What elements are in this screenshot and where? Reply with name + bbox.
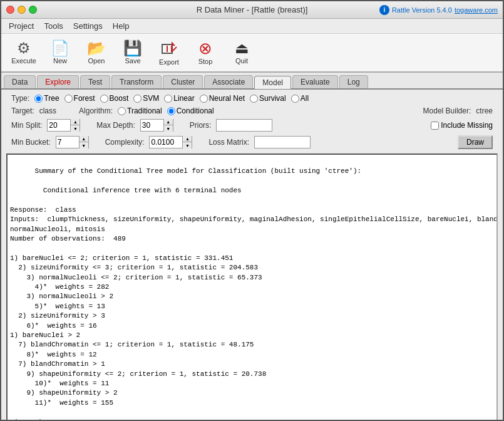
- complexity-up[interactable]: ▲: [183, 136, 192, 142]
- min-bucket-label: Min Bucket:: [11, 138, 51, 147]
- radio-forest-label: Forest: [74, 94, 95, 103]
- min-bucket-spinbox[interactable]: ▲ ▼: [56, 136, 89, 148]
- model-panel: Type: Tree Forest Boost SVM Linear: [1, 90, 503, 417]
- complexity-label: Complexity:: [105, 138, 145, 147]
- tab-cluster[interactable]: Cluster: [163, 75, 203, 88]
- window-controls: [6, 6, 37, 14]
- menu-project[interactable]: Project: [4, 20, 39, 32]
- open-label: Open: [88, 57, 105, 65]
- include-missing-checkbox[interactable]: Include Missing: [431, 121, 493, 130]
- info-icon: i: [379, 5, 389, 15]
- close-button[interactable]: [6, 6, 14, 14]
- main-window: R Data Miner - [Rattle (breast)] i Rattl…: [0, 0, 504, 421]
- target-algorithm-row: Target: class Algorithm: Traditional Con…: [6, 105, 498, 117]
- type-label: Type:: [11, 94, 29, 103]
- max-depth-down[interactable]: ▼: [164, 125, 173, 132]
- radio-traditional[interactable]: Traditional: [118, 107, 162, 115]
- radio-linear-label: Linear: [173, 94, 194, 103]
- radio-forest[interactable]: Forest: [64, 94, 95, 103]
- tab-evaluate[interactable]: Evaluate: [292, 75, 338, 88]
- radio-tree-label: Tree: [44, 94, 59, 103]
- loss-matrix-input[interactable]: [254, 136, 311, 148]
- priors-input[interactable]: [216, 119, 272, 132]
- complexity-down[interactable]: ▼: [183, 142, 192, 148]
- max-depth-up[interactable]: ▲: [164, 119, 173, 125]
- tab-log[interactable]: Log: [339, 75, 368, 88]
- radio-conditional[interactable]: Conditional: [167, 107, 214, 115]
- min-split-input[interactable]: [48, 120, 70, 131]
- max-depth-label: Max Depth:: [96, 121, 135, 130]
- toolbar: ⚙ Execute 📄 New 📂 Open 💾 Save: [1, 34, 503, 73]
- stop-label: Stop: [198, 58, 213, 65]
- radio-neural-net-label: Neural Net: [209, 94, 245, 103]
- radio-survival[interactable]: Survival: [250, 94, 286, 103]
- params-row-1: Min Split: ▲ ▼ Max Depth: ▲ ▼ Priors:: [6, 117, 498, 133]
- loss-matrix-label: Loss Matrix:: [208, 138, 249, 147]
- maximize-button[interactable]: [29, 6, 37, 14]
- tab-test[interactable]: Test: [80, 75, 110, 88]
- complexity-spinbox[interactable]: ▲ ▼: [149, 136, 192, 148]
- menu-settings[interactable]: Settings: [68, 20, 108, 32]
- tab-data[interactable]: Data: [4, 75, 36, 88]
- target-label: Target:: [11, 107, 34, 115]
- radio-all-label: All: [301, 94, 309, 103]
- minimize-button[interactable]: [18, 6, 26, 14]
- algorithm-label: Algorithm:: [79, 107, 113, 115]
- tab-model[interactable]: Model: [254, 76, 291, 89]
- output-text: Summary of the Conditional Tree model fo…: [10, 167, 498, 421]
- model-builder-label: Model Builder:: [423, 107, 471, 115]
- max-depth-arrows: ▲ ▼: [163, 119, 173, 132]
- save-icon: 💾: [123, 41, 142, 56]
- open-button[interactable]: 📂 Open: [79, 36, 114, 69]
- quit-button[interactable]: ⏏ Quit: [224, 36, 259, 69]
- min-bucket-up[interactable]: ▲: [80, 136, 88, 142]
- radio-boost-label: Boost: [110, 94, 129, 103]
- new-button[interactable]: 📄 New: [43, 36, 78, 69]
- radio-linear[interactable]: Linear: [164, 94, 194, 103]
- stop-button[interactable]: ⊗ Stop: [188, 36, 223, 69]
- min-split-up[interactable]: ▲: [71, 119, 80, 125]
- min-split-arrows: ▲ ▼: [70, 119, 80, 132]
- tab-explore[interactable]: Explore: [37, 75, 79, 88]
- tabbar: Data Explore Test Transform Cluster Asso…: [1, 73, 503, 90]
- radio-svm-label: SVM: [143, 94, 159, 103]
- min-split-label: Min Split:: [11, 121, 42, 130]
- titlebar: R Data Miner - [Rattle (breast)] i Rattl…: [1, 1, 503, 19]
- export-button[interactable]: Export: [152, 36, 187, 69]
- complexity-arrows: ▲ ▼: [182, 136, 192, 148]
- min-bucket-down[interactable]: ▼: [80, 142, 88, 148]
- radio-tree[interactable]: Tree: [34, 94, 59, 103]
- new-icon: 📄: [51, 41, 69, 56]
- min-split-down[interactable]: ▼: [71, 125, 80, 132]
- output-text-area[interactable]: Summary of the Conditional Tree model fo…: [6, 153, 498, 421]
- draw-button[interactable]: Draw: [458, 135, 493, 149]
- tab-transform[interactable]: Transform: [111, 75, 162, 88]
- menu-tools[interactable]: Tools: [39, 20, 68, 32]
- min-split-spinbox[interactable]: ▲ ▼: [47, 119, 80, 132]
- execute-button[interactable]: ⚙ Execute: [6, 36, 41, 69]
- open-icon: 📂: [87, 41, 106, 56]
- max-depth-input[interactable]: [141, 120, 163, 131]
- menu-help[interactable]: Help: [108, 20, 135, 32]
- tab-associate[interactable]: Associate: [204, 75, 253, 88]
- min-bucket-input[interactable]: [56, 137, 79, 148]
- menubar: Project Tools Settings Help: [1, 19, 503, 34]
- export-label: Export: [159, 58, 179, 66]
- radio-svm[interactable]: SVM: [133, 94, 159, 103]
- rattle-link[interactable]: togaware.com: [455, 6, 498, 14]
- max-depth-spinbox[interactable]: ▲ ▼: [140, 119, 173, 132]
- save-button[interactable]: 💾 Save: [115, 36, 150, 69]
- type-row: Type: Tree Forest Boost SVM Linear: [6, 92, 498, 105]
- radio-traditional-label: Traditional: [127, 107, 162, 115]
- radio-boost[interactable]: Boost: [100, 94, 129, 103]
- execute-label: Execute: [11, 57, 36, 65]
- svg-marker-1: [172, 41, 175, 46]
- radio-neural-net[interactable]: Neural Net: [200, 94, 245, 103]
- radio-survival-label: Survival: [259, 94, 286, 103]
- rattle-version: Rattle Version 5.4.0: [392, 6, 452, 14]
- quit-icon: ⏏: [235, 41, 249, 56]
- radio-all[interactable]: All: [291, 94, 309, 103]
- complexity-input[interactable]: [150, 137, 182, 148]
- export-icon: [160, 39, 178, 57]
- model-builder-value: ctree: [476, 107, 493, 115]
